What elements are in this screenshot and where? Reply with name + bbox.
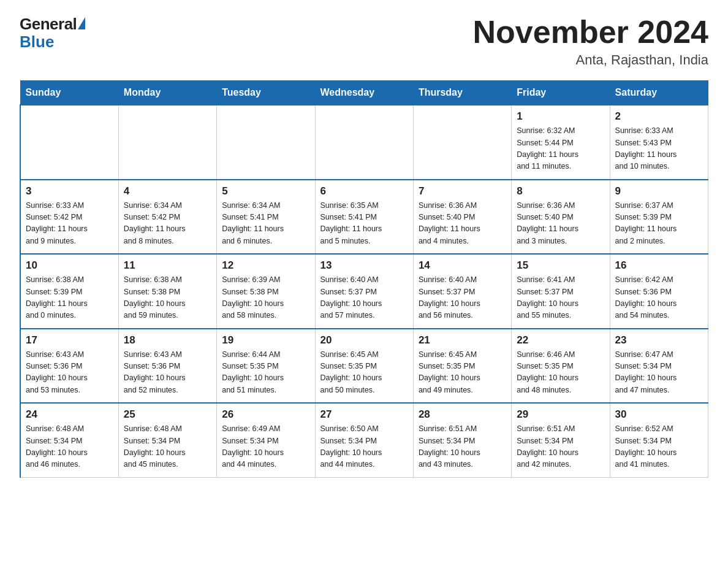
day-info: Sunrise: 6:46 AMSunset: 5:35 PMDaylight:… <box>517 349 604 397</box>
calendar-cell: 5Sunrise: 6:34 AMSunset: 5:41 PMDaylight… <box>217 180 315 255</box>
day-info: Sunrise: 6:35 AMSunset: 5:41 PMDaylight:… <box>320 200 408 248</box>
day-number: 18 <box>124 334 211 347</box>
calendar-cell: 6Sunrise: 6:35 AMSunset: 5:41 PMDaylight… <box>315 180 413 255</box>
calendar-cell: 23Sunrise: 6:47 AMSunset: 5:34 PMDayligh… <box>610 329 708 404</box>
day-number: 24 <box>26 408 113 421</box>
calendar-cell: 3Sunrise: 6:33 AMSunset: 5:42 PMDaylight… <box>20 180 118 255</box>
day-info: Sunrise: 6:36 AMSunset: 5:40 PMDaylight:… <box>517 200 604 248</box>
weekday-header-monday: Monday <box>118 81 216 105</box>
weekday-header-wednesday: Wednesday <box>315 81 413 105</box>
day-number: 20 <box>320 334 408 347</box>
day-number: 7 <box>419 185 506 197</box>
calendar-cell: 9Sunrise: 6:37 AMSunset: 5:39 PMDaylight… <box>610 180 708 255</box>
day-number: 3 <box>26 185 113 197</box>
day-info: Sunrise: 6:49 AMSunset: 5:34 PMDaylight:… <box>222 423 309 471</box>
day-number: 16 <box>615 259 703 272</box>
calendar-cell: 29Sunrise: 6:51 AMSunset: 5:34 PMDayligh… <box>512 403 610 477</box>
day-info: Sunrise: 6:34 AMSunset: 5:41 PMDaylight:… <box>222 200 309 248</box>
calendar-cell: 7Sunrise: 6:36 AMSunset: 5:40 PMDaylight… <box>413 180 511 255</box>
weekday-header-tuesday: Tuesday <box>217 81 315 105</box>
day-number: 19 <box>222 334 309 347</box>
title-area: November 2024 Anta, Rajasthan, India <box>473 15 708 68</box>
calendar-cell: 10Sunrise: 6:38 AMSunset: 5:39 PMDayligh… <box>20 254 118 329</box>
calendar-cell: 8Sunrise: 6:36 AMSunset: 5:40 PMDaylight… <box>512 180 610 255</box>
day-number: 21 <box>419 334 506 347</box>
day-number: 14 <box>419 259 506 272</box>
calendar-cell: 27Sunrise: 6:50 AMSunset: 5:34 PMDayligh… <box>315 403 413 477</box>
weekday-header-thursday: Thursday <box>413 81 511 105</box>
calendar-cell: 16Sunrise: 6:42 AMSunset: 5:36 PMDayligh… <box>610 254 708 329</box>
day-number: 2 <box>615 110 703 123</box>
calendar-cell: 2Sunrise: 6:33 AMSunset: 5:43 PMDaylight… <box>610 105 708 180</box>
calendar-cell <box>413 105 511 180</box>
calendar-cell <box>217 105 315 180</box>
day-info: Sunrise: 6:45 AMSunset: 5:35 PMDaylight:… <box>419 349 506 397</box>
weekday-header-friday: Friday <box>512 81 610 105</box>
day-info: Sunrise: 6:38 AMSunset: 5:39 PMDaylight:… <box>26 274 113 322</box>
week-row-4: 17Sunrise: 6:43 AMSunset: 5:36 PMDayligh… <box>20 329 708 404</box>
day-number: 11 <box>124 259 211 272</box>
day-number: 23 <box>615 334 703 347</box>
week-row-3: 10Sunrise: 6:38 AMSunset: 5:39 PMDayligh… <box>20 254 708 329</box>
calendar-cell: 21Sunrise: 6:45 AMSunset: 5:35 PMDayligh… <box>413 329 511 404</box>
calendar-cell: 19Sunrise: 6:44 AMSunset: 5:35 PMDayligh… <box>217 329 315 404</box>
day-info: Sunrise: 6:43 AMSunset: 5:36 PMDaylight:… <box>26 349 113 397</box>
day-number: 15 <box>517 259 604 272</box>
day-number: 1 <box>517 110 604 123</box>
day-info: Sunrise: 6:37 AMSunset: 5:39 PMDaylight:… <box>615 200 703 248</box>
month-title: November 2024 <box>473 15 708 50</box>
day-number: 27 <box>320 408 408 421</box>
day-info: Sunrise: 6:48 AMSunset: 5:34 PMDaylight:… <box>124 423 211 471</box>
calendar-cell: 25Sunrise: 6:48 AMSunset: 5:34 PMDayligh… <box>118 403 216 477</box>
day-number: 5 <box>222 185 309 197</box>
calendar-cell: 18Sunrise: 6:43 AMSunset: 5:36 PMDayligh… <box>118 329 216 404</box>
calendar-cell: 11Sunrise: 6:38 AMSunset: 5:38 PMDayligh… <box>118 254 216 329</box>
header: General Blue November 2024 Anta, Rajasth… <box>20 15 708 68</box>
calendar-cell: 20Sunrise: 6:45 AMSunset: 5:35 PMDayligh… <box>315 329 413 404</box>
day-info: Sunrise: 6:51 AMSunset: 5:34 PMDaylight:… <box>517 423 604 471</box>
day-info: Sunrise: 6:45 AMSunset: 5:35 PMDaylight:… <box>320 349 408 397</box>
calendar-cell <box>20 105 118 180</box>
day-number: 13 <box>320 259 408 272</box>
calendar-cell: 28Sunrise: 6:51 AMSunset: 5:34 PMDayligh… <box>413 403 511 477</box>
weekday-header-saturday: Saturday <box>610 81 708 105</box>
day-info: Sunrise: 6:39 AMSunset: 5:38 PMDaylight:… <box>222 274 309 322</box>
location-title: Anta, Rajasthan, India <box>473 52 708 68</box>
day-number: 8 <box>517 185 604 197</box>
calendar-cell: 1Sunrise: 6:32 AMSunset: 5:44 PMDaylight… <box>512 105 610 180</box>
day-number: 10 <box>26 259 113 272</box>
week-row-2: 3Sunrise: 6:33 AMSunset: 5:42 PMDaylight… <box>20 180 708 255</box>
day-number: 29 <box>517 408 604 421</box>
week-row-5: 24Sunrise: 6:48 AMSunset: 5:34 PMDayligh… <box>20 403 708 477</box>
calendar-cell: 13Sunrise: 6:40 AMSunset: 5:37 PMDayligh… <box>315 254 413 329</box>
logo-blue-text: Blue <box>20 33 54 52</box>
day-info: Sunrise: 6:51 AMSunset: 5:34 PMDaylight:… <box>419 423 506 471</box>
calendar-cell: 17Sunrise: 6:43 AMSunset: 5:36 PMDayligh… <box>20 329 118 404</box>
calendar-cell: 30Sunrise: 6:52 AMSunset: 5:34 PMDayligh… <box>610 403 708 477</box>
day-number: 25 <box>124 408 211 421</box>
calendar-cell: 22Sunrise: 6:46 AMSunset: 5:35 PMDayligh… <box>512 329 610 404</box>
calendar-cell: 15Sunrise: 6:41 AMSunset: 5:37 PMDayligh… <box>512 254 610 329</box>
day-info: Sunrise: 6:33 AMSunset: 5:43 PMDaylight:… <box>615 125 703 173</box>
day-info: Sunrise: 6:50 AMSunset: 5:34 PMDaylight:… <box>320 423 408 471</box>
day-info: Sunrise: 6:52 AMSunset: 5:34 PMDaylight:… <box>615 423 703 471</box>
calendar-cell: 24Sunrise: 6:48 AMSunset: 5:34 PMDayligh… <box>20 403 118 477</box>
day-number: 12 <box>222 259 309 272</box>
day-info: Sunrise: 6:33 AMSunset: 5:42 PMDaylight:… <box>26 200 113 248</box>
day-number: 22 <box>517 334 604 347</box>
day-number: 6 <box>320 185 408 197</box>
day-number: 26 <box>222 408 309 421</box>
day-info: Sunrise: 6:43 AMSunset: 5:36 PMDaylight:… <box>124 349 211 397</box>
day-info: Sunrise: 6:48 AMSunset: 5:34 PMDaylight:… <box>26 423 113 471</box>
week-row-1: 1Sunrise: 6:32 AMSunset: 5:44 PMDaylight… <box>20 105 708 180</box>
day-info: Sunrise: 6:34 AMSunset: 5:42 PMDaylight:… <box>124 200 211 248</box>
weekday-header-row: SundayMondayTuesdayWednesdayThursdayFrid… <box>20 81 708 105</box>
day-info: Sunrise: 6:47 AMSunset: 5:34 PMDaylight:… <box>615 349 703 397</box>
logo: General Blue <box>20 15 85 52</box>
logo-triangle-icon <box>78 17 85 29</box>
day-number: 30 <box>615 408 703 421</box>
day-info: Sunrise: 6:40 AMSunset: 5:37 PMDaylight:… <box>320 274 408 322</box>
weekday-header-sunday: Sunday <box>20 81 118 105</box>
day-number: 4 <box>124 185 211 197</box>
day-info: Sunrise: 6:38 AMSunset: 5:38 PMDaylight:… <box>124 274 211 322</box>
